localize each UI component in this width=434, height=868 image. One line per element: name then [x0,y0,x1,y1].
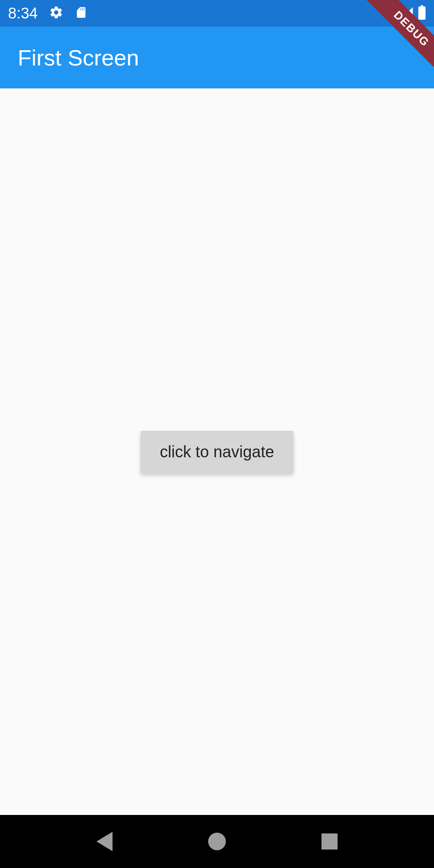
gear-icon [49,5,63,21]
status-left: 8:34 [8,5,88,22]
main-content: click to navigate [0,88,434,815]
app-bar-title: First Screen [18,45,139,71]
back-button[interactable] [92,829,117,854]
recent-apps-button[interactable] [317,829,342,854]
status-bar: 8:34 [0,0,434,27]
system-nav-bar [0,815,434,868]
battery-icon [418,5,426,21]
home-icon [208,833,226,850]
home-button[interactable] [205,829,229,854]
status-time: 8:34 [8,5,38,22]
sd-card-icon [75,6,88,20]
back-icon [96,832,113,851]
navigate-button[interactable]: click to navigate [141,431,294,473]
recent-icon [321,833,338,850]
app-bar: First Screen [0,27,434,88]
